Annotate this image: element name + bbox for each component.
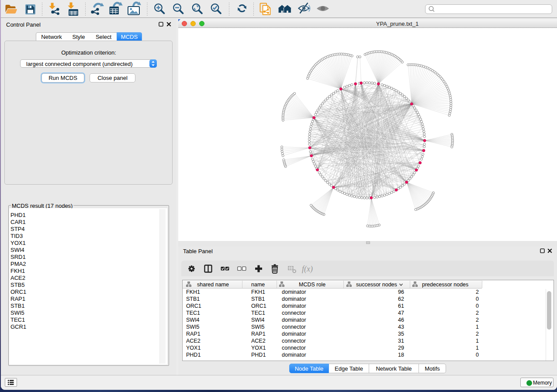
svg-text:f(x): f(x): [302, 265, 313, 274]
